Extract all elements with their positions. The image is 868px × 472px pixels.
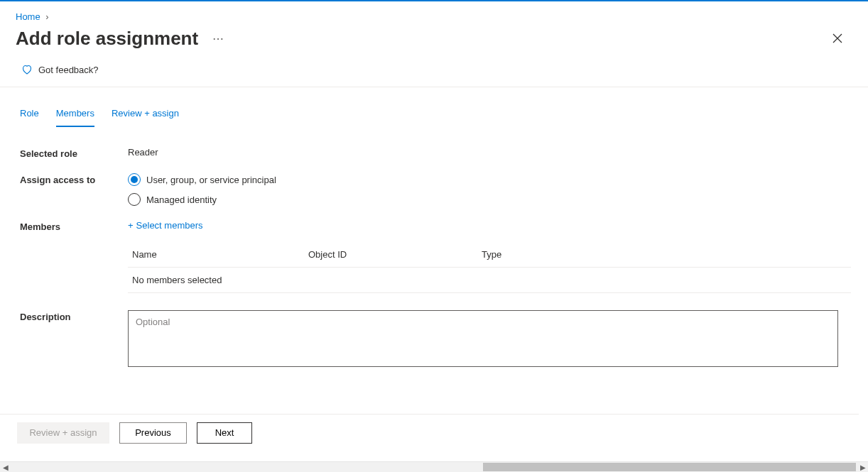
members-table: Name Object ID Type No members selected <box>128 242 851 293</box>
assign-access-to-label: Assign access to <box>20 173 128 185</box>
radio-managed-identity[interactable]: Managed identity <box>128 193 851 206</box>
close-button[interactable] <box>827 30 848 48</box>
footer-bar: Review + assign Previous Next <box>0 414 859 451</box>
radio-user-group-service-principal[interactable]: User, group, or service principal <box>128 173 851 186</box>
next-button[interactable]: Next <box>197 422 252 444</box>
scroll-right-icon: ▶ <box>857 462 868 472</box>
members-label: Members <box>20 220 128 232</box>
radio-icon <box>128 173 141 186</box>
horizontal-scrollbar[interactable]: ◀ ▶ <box>0 461 868 472</box>
tab-role[interactable]: Role <box>20 104 39 127</box>
tab-members[interactable]: Members <box>56 104 94 127</box>
scrollbar-thumb[interactable] <box>483 463 856 471</box>
divider <box>0 87 868 87</box>
feedback-link[interactable]: Got feedback? <box>0 60 868 87</box>
page-title: Add role assignment <box>16 28 198 50</box>
breadcrumb-home-link[interactable]: Home <box>16 11 40 22</box>
heart-icon <box>21 64 33 75</box>
select-members-label: Select members <box>136 220 203 231</box>
chevron-right-icon: › <box>45 11 48 22</box>
members-empty-message: No members selected <box>128 267 851 293</box>
column-type: Type <box>482 249 847 260</box>
selected-role-value: Reader <box>128 147 851 158</box>
selected-role-label: Selected role <box>20 147 128 159</box>
tab-review-assign[interactable]: Review + assign <box>112 104 179 127</box>
close-icon <box>832 33 842 43</box>
description-textarea[interactable] <box>128 310 838 367</box>
previous-button[interactable]: Previous <box>119 422 187 444</box>
review-assign-button: Review + assign <box>17 422 109 444</box>
plus-icon: + <box>128 220 134 231</box>
more-actions-button[interactable]: ⋯ <box>212 32 224 45</box>
scroll-left-icon: ◀ <box>0 462 11 472</box>
radio-icon <box>128 193 141 206</box>
description-label: Description <box>20 310 128 322</box>
tabs: Role Members Review + assign <box>20 94 851 127</box>
radio-label: Managed identity <box>146 194 217 205</box>
breadcrumb: Home › <box>0 3 868 25</box>
title-row: Add role assignment ⋯ <box>0 25 868 60</box>
column-name: Name <box>132 249 308 260</box>
select-members-link[interactable]: + Select members <box>128 220 203 231</box>
main-content: Role Members Review + assign Selected ro… <box>0 94 868 424</box>
radio-label: User, group, or service principal <box>146 175 276 185</box>
column-object-id: Object ID <box>308 249 482 260</box>
feedback-label: Got feedback? <box>38 65 99 75</box>
